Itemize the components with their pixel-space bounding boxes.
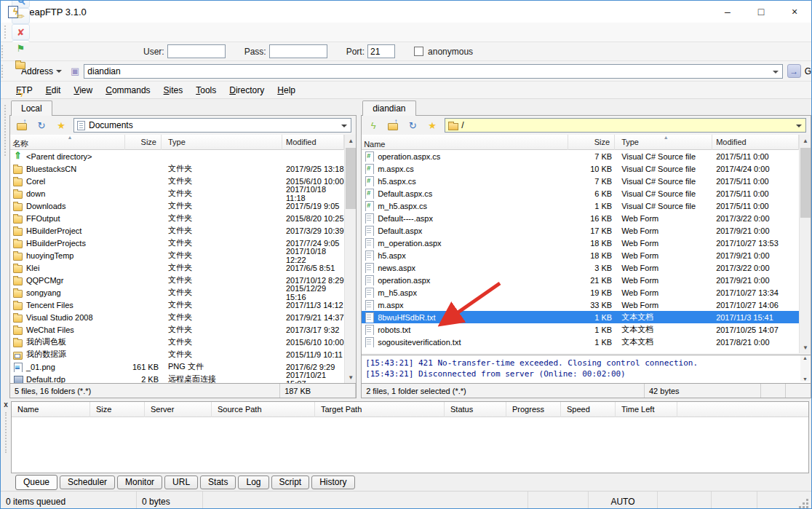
Downloads[interactable]: Downloads 文件夹 2017/5/19 9:05	[10, 200, 356, 212]
m_operation.aspx[interactable]: m_operation.aspx 18 KB Web Form 2017/10/…	[362, 237, 811, 249]
address-dropdown-button[interactable]: Address	[21, 66, 62, 76]
songyang[interactable]: songyang 文件夹 2015/12/29 15:16	[10, 286, 356, 299]
m_h5.aspx.cs[interactable]: m_h5.aspx.cs 1 KB Visual C# Source file …	[362, 200, 811, 212]
column-header-type[interactable]: Type	[162, 135, 282, 150]
8bwuHfSdbR.txt[interactable]: 8bwuHfSdbR.txt 1 KB 文本文档 2017/11/3 15:41	[362, 311, 811, 323]
Default.aspx.cs[interactable]: Default.aspx.cs 6 KB Visual C# Source fi…	[362, 187, 811, 200]
disconnect-lightning-icon[interactable]: ϟ	[366, 118, 381, 133]
queue-tab[interactable]: History	[311, 476, 354, 489]
combo-arrow-icon[interactable]	[796, 125, 802, 127]
scrollbar-thumb[interactable]	[800, 148, 811, 218]
resize-grip[interactable]	[757, 492, 811, 509]
user-field[interactable]	[167, 44, 226, 58]
column-header-name[interactable]: 名称▲	[10, 135, 125, 150]
minimize-button[interactable]: –	[711, 1, 744, 23]
address-combo-arrow-icon[interactable]	[773, 71, 779, 74]
pass-field[interactable]	[269, 44, 327, 58]
queue-column-header[interactable]: Server	[145, 402, 212, 417]
h5.aspx.cs[interactable]: h5.aspx.cs 7 KB Visual C# Source file 20…	[362, 175, 811, 187]
我的数据源[interactable]: 我的数据源 文件夹 2015/11/9 10:11	[10, 348, 356, 360]
Default----.aspx[interactable]: Default----.aspx 16 KB Web Form 2017/3/2…	[362, 212, 811, 224]
queue-tab[interactable]: Stats	[200, 476, 236, 489]
remote-scrollbar[interactable]: ▲ ▼	[799, 135, 811, 353]
go-button[interactable]: →	[787, 64, 801, 78]
<Parent directory>[interactable]: <Parent directory>	[10, 150, 356, 162]
queue-tab[interactable]: Monitor	[117, 476, 162, 489]
queue-column-header[interactable]: Target Path	[315, 402, 445, 417]
down[interactable]: down 文件夹 2017/10/18 11:18	[10, 187, 356, 200]
dock-grip[interactable]	[4, 105, 6, 156]
scroll-down-icon[interactable]: ▼	[800, 342, 811, 353]
address-input[interactable]: diandian	[84, 64, 782, 79]
huoyingTemp[interactable]: huoyingTemp 文件夹 2017/10/18 12:22	[10, 249, 356, 261]
remote-path-combobox[interactable]: /	[445, 118, 806, 133]
column-header-modified[interactable]: Modified	[282, 135, 344, 150]
m.aspx[interactable]: m.aspx 33 KB Web Form 2017/10/27 14:06	[362, 299, 811, 311]
Visual Studio 2008[interactable]: Visual Studio 2008 文件夹 2017/9/21 14:37	[10, 311, 356, 323]
local-scrollbar[interactable]: ▲ ▼	[344, 135, 356, 383]
WeChat Files[interactable]: WeChat Files 文件夹 2017/3/17 9:32	[10, 323, 356, 336]
delete-icon[interactable]: ✘	[12, 24, 30, 40]
favorites-star-icon[interactable]: ★	[54, 118, 68, 133]
menu-item[interactable]: Help	[271, 83, 302, 98]
queue-tab[interactable]: URL	[164, 476, 198, 489]
queue-column-header[interactable]: Time Left	[616, 402, 677, 417]
m.aspx.cs[interactable]: m.aspx.cs 10 KB Visual C# Source file 20…	[362, 162, 811, 175]
menu-item[interactable]: Sites	[157, 83, 190, 98]
menu-item[interactable]: Tools	[189, 83, 223, 98]
queue-column-header[interactable]: Progress	[506, 402, 561, 417]
queue-close-button[interactable]: x	[4, 401, 8, 409]
HBuilderProject[interactable]: HBuilderProject 文件夹 2017/3/29 10:39	[10, 224, 356, 237]
folder-up-icon[interactable]	[15, 118, 29, 133]
queue-column-header[interactable]: Speed	[561, 402, 616, 417]
Tencent Files[interactable]: Tencent Files 文件夹 2017/11/3 14:12	[10, 299, 356, 311]
menu-item[interactable]: Directory	[223, 83, 271, 98]
address-bar-grip[interactable]	[1, 65, 5, 78]
news.aspx[interactable]: news.aspx 3 KB Web Form 2017/3/22 0:00	[362, 261, 811, 274]
operation.aspx.cs[interactable]: operation.aspx.cs 7 KB Visual C# Source …	[362, 150, 811, 162]
port-field[interactable]	[367, 44, 395, 58]
column-header-modified[interactable]: Modified	[712, 135, 799, 150]
Default.rdp[interactable]: Default.rdp 2 KB 远程桌面连接 2017/10/21 15:07	[10, 373, 356, 383]
column-header-type[interactable]: Type▲	[615, 135, 712, 150]
scroll-up-icon[interactable]: ▲	[345, 135, 356, 146]
我的调色板[interactable]: 我的调色板 文件夹 2015/6/10 10:00	[10, 336, 356, 348]
robots.txt[interactable]: robots.txt 1 KB 文本文档 2017/10/25 14:07	[362, 323, 811, 336]
folder-up-icon[interactable]	[386, 118, 400, 133]
queue-column-header[interactable]: Size	[90, 402, 145, 417]
queue-tab[interactable]: Log	[238, 476, 268, 489]
anonymous-checkbox[interactable]	[414, 47, 423, 56]
m_h5.aspx[interactable]: m_h5.aspx 19 KB Web Form 2017/10/27 13:3…	[362, 286, 811, 299]
refresh-icon[interactable]: ↻	[405, 118, 420, 133]
queue-tab[interactable]: Script	[271, 476, 310, 489]
Klei[interactable]: Klei 文件夹 2017/6/5 8:51	[10, 261, 356, 274]
sogousiteverification.txt[interactable]: sogousiteverification.txt 1 KB 文本文档 2017…	[362, 336, 811, 348]
queue-tab[interactable]: Scheduler	[60, 476, 115, 489]
queue-column-header[interactable]: Source Path	[212, 402, 315, 417]
favorites-star-icon[interactable]: ★	[425, 118, 439, 133]
refresh-icon[interactable]: ↻	[34, 118, 49, 133]
queue-grip[interactable]	[5, 412, 7, 453]
tab-remote-site[interactable]: diandian	[362, 100, 415, 116]
combo-arrow-icon[interactable]	[341, 125, 347, 127]
login-bar-grip[interactable]	[1, 45, 5, 58]
log-scrollbar[interactable]: ▲▼	[800, 355, 810, 382]
operation.aspx[interactable]: operation.aspx 21 KB Web Form 2017/9/21 …	[362, 274, 811, 286]
scroll-down-icon[interactable]: ▼	[345, 371, 356, 383]
Default.aspx[interactable]: Default.aspx 17 KB Web Form 2017/9/21 0:…	[362, 224, 811, 237]
BluestacksCN[interactable]: BluestacksCN 文件夹 2017/9/25 13:18	[10, 162, 356, 175]
queue-column-header[interactable]: Name	[12, 402, 90, 417]
column-header-size[interactable]: Size	[568, 135, 615, 150]
close-button[interactable]: ×	[778, 1, 811, 23]
h5.aspx[interactable]: h5.aspx 18 KB Web Form 2017/9/21 0:00	[362, 249, 811, 261]
menu-item[interactable]: FTP	[9, 83, 39, 98]
scrollbar-thumb[interactable]	[346, 148, 356, 209]
menu-item[interactable]: View	[67, 83, 99, 98]
menu-item[interactable]: Commands	[99, 83, 156, 98]
menu-item[interactable]: Edit	[39, 83, 68, 98]
FFOutput[interactable]: FFOutput 文件夹 2015/8/20 10:25	[10, 212, 356, 224]
column-header-size[interactable]: Size	[125, 135, 162, 150]
maximize-button[interactable]: □	[744, 1, 778, 23]
tab-local[interactable]: Local	[11, 100, 52, 116]
scroll-up-icon[interactable]: ▲	[800, 135, 811, 146]
